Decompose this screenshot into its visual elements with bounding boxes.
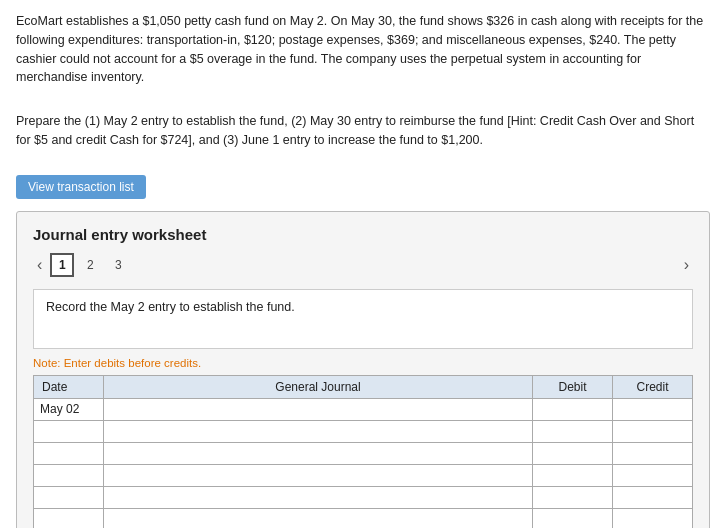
input-debit-0[interactable]	[539, 402, 606, 416]
cell-debit-3[interactable]	[533, 464, 613, 486]
input-journal-0[interactable]	[110, 402, 526, 416]
journal-table: Date General Journal Debit Credit	[33, 375, 693, 529]
input-journal-4[interactable]	[110, 490, 526, 504]
table-row	[34, 464, 693, 486]
instruction-box: Record the May 2 entry to establish the …	[33, 289, 693, 349]
cell-journal-0[interactable]	[104, 398, 533, 420]
cell-credit-5[interactable]	[613, 508, 693, 528]
input-debit-4[interactable]	[539, 490, 606, 504]
cell-credit-0[interactable]	[613, 398, 693, 420]
cell-journal-1[interactable]	[104, 420, 533, 442]
table-row	[34, 508, 693, 528]
cell-journal-2[interactable]	[104, 442, 533, 464]
cell-debit-0[interactable]	[533, 398, 613, 420]
table-row	[34, 442, 693, 464]
cell-date-3[interactable]	[34, 464, 104, 486]
input-date-4[interactable]	[40, 490, 97, 504]
input-debit-3[interactable]	[539, 468, 606, 482]
cell-journal-4[interactable]	[104, 486, 533, 508]
input-credit-0[interactable]	[619, 402, 686, 416]
prev-page-button[interactable]: ‹	[33, 256, 46, 274]
cell-date-0[interactable]	[34, 398, 104, 420]
pagination: ‹ 1 2 3 ›	[33, 253, 693, 277]
col-header-debit: Debit	[533, 375, 613, 398]
col-header-date: Date	[34, 375, 104, 398]
cell-credit-3[interactable]	[613, 464, 693, 486]
instruction-text: Record the May 2 entry to establish the …	[46, 300, 295, 314]
note-text: Note: Enter debits before credits.	[33, 357, 693, 369]
input-date-1[interactable]	[40, 424, 97, 438]
cell-journal-3[interactable]	[104, 464, 533, 486]
page-3-button[interactable]: 3	[106, 253, 130, 277]
input-date-0[interactable]	[40, 402, 97, 416]
input-date-5[interactable]	[40, 512, 97, 526]
page-2-button[interactable]: 2	[78, 253, 102, 277]
problem-paragraph-2: Prepare the (1) May 2 entry to establish…	[16, 112, 710, 150]
cell-debit-5[interactable]	[533, 508, 613, 528]
cell-debit-4[interactable]	[533, 486, 613, 508]
input-journal-5[interactable]	[110, 512, 526, 526]
input-date-2[interactable]	[40, 446, 97, 460]
cell-credit-1[interactable]	[613, 420, 693, 442]
input-debit-5[interactable]	[539, 512, 606, 526]
table-row	[34, 398, 693, 420]
cell-date-5[interactable]	[34, 508, 104, 528]
input-credit-5[interactable]	[619, 512, 686, 526]
worksheet-container: Journal entry worksheet ‹ 1 2 3 › Record…	[16, 211, 710, 529]
input-journal-2[interactable]	[110, 446, 526, 460]
problem-paragraph-1: EcoMart establishes a $1,050 petty cash …	[16, 12, 710, 87]
cell-credit-4[interactable]	[613, 486, 693, 508]
col-header-journal: General Journal	[104, 375, 533, 398]
worksheet-title: Journal entry worksheet	[33, 226, 693, 243]
cell-date-4[interactable]	[34, 486, 104, 508]
page-1-button[interactable]: 1	[50, 253, 74, 277]
col-header-credit: Credit	[613, 375, 693, 398]
input-credit-1[interactable]	[619, 424, 686, 438]
input-debit-2[interactable]	[539, 446, 606, 460]
cell-debit-1[interactable]	[533, 420, 613, 442]
table-row	[34, 420, 693, 442]
cell-debit-2[interactable]	[533, 442, 613, 464]
input-date-3[interactable]	[40, 468, 97, 482]
input-credit-2[interactable]	[619, 446, 686, 460]
cell-date-2[interactable]	[34, 442, 104, 464]
cell-credit-2[interactable]	[613, 442, 693, 464]
input-debit-1[interactable]	[539, 424, 606, 438]
cell-date-1[interactable]	[34, 420, 104, 442]
next-page-button[interactable]: ›	[680, 256, 693, 274]
table-row	[34, 486, 693, 508]
input-credit-3[interactable]	[619, 468, 686, 482]
input-credit-4[interactable]	[619, 490, 686, 504]
input-journal-3[interactable]	[110, 468, 526, 482]
cell-journal-5[interactable]	[104, 508, 533, 528]
view-transactions-button[interactable]: View transaction list	[16, 175, 146, 199]
input-journal-1[interactable]	[110, 424, 526, 438]
